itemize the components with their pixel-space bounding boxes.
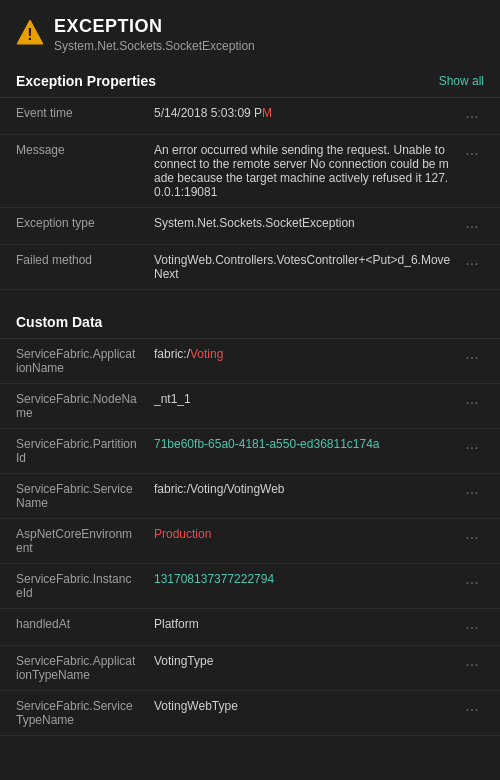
show-all-link[interactable]: Show all bbox=[439, 74, 484, 88]
row-label-instance-id: ServiceFabric.InstanceId bbox=[16, 572, 146, 600]
row-menu-dots[interactable]: ··· bbox=[460, 572, 484, 600]
row-menu-dots[interactable]: ··· bbox=[460, 392, 484, 420]
exception-title: EXCEPTION bbox=[54, 16, 255, 37]
row-menu-dots[interactable]: ··· bbox=[460, 699, 484, 727]
warning-triangle-icon: ! bbox=[16, 18, 44, 46]
row-value-service-name: fabric:/Voting/VotingWeb bbox=[154, 482, 452, 510]
exception-properties-section: Exception Properties Show all Event time… bbox=[0, 65, 500, 290]
row-value-partition-id: 71be60fb-65a0-4181-a550-ed36811c174a bbox=[154, 437, 452, 465]
table-row: ServiceFabric.PartitionId 71be60fb-65a0-… bbox=[0, 429, 500, 474]
row-value-event-time: 5/14/2018 5:03:09 PM bbox=[154, 106, 452, 126]
custom-data-header: Custom Data bbox=[0, 306, 500, 339]
row-label-aspnetcore-env: AspNetCoreEnvironment bbox=[16, 527, 146, 555]
row-menu-dots[interactable]: ··· bbox=[460, 482, 484, 510]
table-row: Event time 5/14/2018 5:03:09 PM ··· bbox=[0, 98, 500, 135]
table-row: Message An error occurred while sending … bbox=[0, 135, 500, 208]
row-menu-dots[interactable]: ··· bbox=[460, 253, 484, 281]
table-row: Exception type System.Net.Sockets.Socket… bbox=[0, 208, 500, 245]
row-label-app-type-name: ServiceFabric.ApplicationTypeName bbox=[16, 654, 146, 682]
header-text-block: EXCEPTION System.Net.Sockets.SocketExcep… bbox=[54, 16, 255, 53]
table-row: ServiceFabric.ServiceTypeName VotingWebT… bbox=[0, 691, 500, 736]
row-value-handled-at: Platform bbox=[154, 617, 452, 637]
section-divider bbox=[0, 290, 500, 306]
row-label-message: Message bbox=[16, 143, 146, 199]
row-menu-dots[interactable]: ··· bbox=[460, 527, 484, 555]
custom-data-title: Custom Data bbox=[16, 314, 102, 330]
row-menu-dots[interactable]: ··· bbox=[460, 143, 484, 199]
exception-header: ! EXCEPTION System.Net.Sockets.SocketExc… bbox=[0, 0, 500, 65]
exception-properties-title: Exception Properties bbox=[16, 73, 156, 89]
table-row: ServiceFabric.InstanceId 131708137377222… bbox=[0, 564, 500, 609]
table-row: ServiceFabric.NodeName _nt1_1 ··· bbox=[0, 384, 500, 429]
row-label-failed-method: Failed method bbox=[16, 253, 146, 281]
table-row: ServiceFabric.ApplicationTypeName Voting… bbox=[0, 646, 500, 691]
row-label-handled-at: handledAt bbox=[16, 617, 146, 637]
table-row: ServiceFabric.ServiceName fabric:/Voting… bbox=[0, 474, 500, 519]
row-label-event-time: Event time bbox=[16, 106, 146, 126]
row-menu-dots[interactable]: ··· bbox=[460, 654, 484, 682]
table-row: handledAt Platform ··· bbox=[0, 609, 500, 646]
row-value-aspnetcore-env: Production bbox=[154, 527, 452, 555]
row-menu-dots[interactable]: ··· bbox=[460, 216, 484, 236]
row-label-exception-type: Exception type bbox=[16, 216, 146, 236]
row-label-service-name: ServiceFabric.ServiceName bbox=[16, 482, 146, 510]
row-value-app-name: fabric:/Voting bbox=[154, 347, 452, 375]
row-value-instance-id: 131708137377222794 bbox=[154, 572, 452, 600]
row-label-node-name: ServiceFabric.NodeName bbox=[16, 392, 146, 420]
svg-text:!: ! bbox=[27, 26, 32, 43]
row-label-service-type-name: ServiceFabric.ServiceTypeName bbox=[16, 699, 146, 727]
row-value-service-type-name: VotingWebType bbox=[154, 699, 452, 727]
row-value-node-name: _nt1_1 bbox=[154, 392, 452, 420]
row-menu-dots[interactable]: ··· bbox=[460, 437, 484, 465]
row-value-app-type-name: VotingType bbox=[154, 654, 452, 682]
row-label-app-name: ServiceFabric.ApplicationName bbox=[16, 347, 146, 375]
row-menu-dots[interactable]: ··· bbox=[460, 617, 484, 637]
table-row: ServiceFabric.ApplicationName fabric:/Vo… bbox=[0, 339, 500, 384]
row-value-failed-method: VotingWeb.Controllers.VotesController+<P… bbox=[154, 253, 452, 281]
row-menu-dots[interactable]: ··· bbox=[460, 347, 484, 375]
exception-subtitle: System.Net.Sockets.SocketException bbox=[54, 39, 255, 53]
row-label-partition-id: ServiceFabric.PartitionId bbox=[16, 437, 146, 465]
row-value-exception-type: System.Net.Sockets.SocketException bbox=[154, 216, 452, 236]
exception-properties-header: Exception Properties Show all bbox=[0, 65, 500, 98]
table-row: Failed method VotingWeb.Controllers.Vote… bbox=[0, 245, 500, 290]
row-value-message: An error occurred while sending the requ… bbox=[154, 143, 452, 199]
custom-data-section: Custom Data ServiceFabric.ApplicationNam… bbox=[0, 306, 500, 736]
table-row: AspNetCoreEnvironment Production ··· bbox=[0, 519, 500, 564]
row-menu-dots[interactable]: ··· bbox=[460, 106, 484, 126]
